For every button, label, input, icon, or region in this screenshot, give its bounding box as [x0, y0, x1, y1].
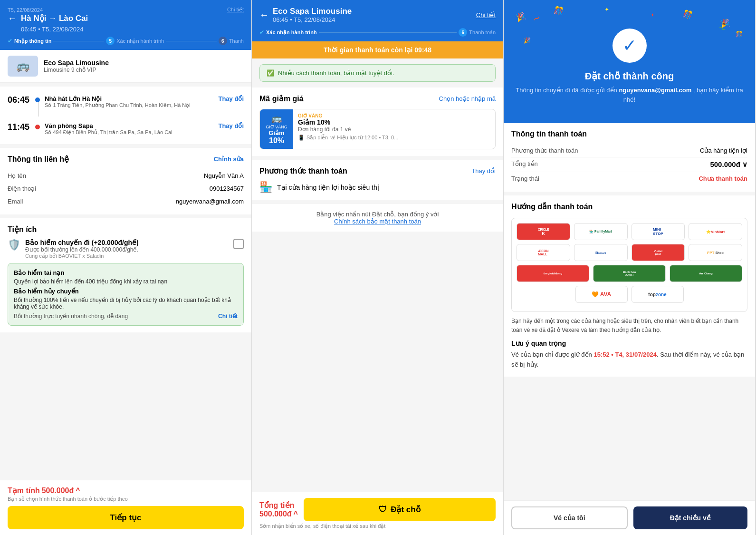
- return-ticket-button[interactable]: Đặt chiều về: [633, 506, 748, 529]
- departure-row: 06:45 Nhà hát Lớn Hà Nội Số 1 Tràng Tiền…: [8, 92, 244, 119]
- p2-step1-label: Xác nhận hành trình: [266, 29, 317, 36]
- store-aeonmall: ÆEONMALL: [517, 244, 570, 261]
- guide-note-title: Lưu ý quan trọng: [511, 340, 747, 347]
- old-detail-link[interactable]: Chi tiết: [227, 7, 244, 13]
- arrival-time: 11:45: [8, 122, 30, 132]
- contact-edit-btn[interactable]: Chỉnh sửa: [214, 156, 244, 163]
- bus-card: 🚌 Eco Sapa Limousine Limousine 9 chỗ VIP: [0, 50, 251, 83]
- store-fpt: FPT Shop: [689, 244, 742, 261]
- secure-check-icon: ✅: [267, 69, 274, 77]
- contact-email-value: nguyenvana@gmail.com: [176, 198, 244, 205]
- step3-dot: 6: [219, 37, 227, 45]
- arrival-address: Số 494 Điện Biên Phủ, Thị trấn Sa Pa, Sa…: [45, 129, 213, 136]
- store-circlek: CIRCLE K: [517, 223, 570, 240]
- panel2-footer: Tổng tiền 500.000đ ^ 🛡 Đặt chỗ Sớm nhận …: [252, 492, 503, 535]
- payment-method-text: Tại cửa hàng tiện lợi hoặc siêu thị: [277, 184, 379, 191]
- consent-link[interactable]: Chính sách bảo mật thanh toán: [334, 218, 421, 225]
- step1-label: Nhập thông tin: [14, 38, 51, 44]
- continue-button[interactable]: Tiếp tục: [8, 506, 244, 529]
- discount-title: Mã giảm giá: [259, 94, 304, 103]
- arrival-change-btn[interactable]: Thay đổi: [218, 122, 244, 129]
- discount-tag: GIỜ VÀNG: [298, 113, 490, 118]
- footer-total: Tạm tính 500.000đ ^: [8, 486, 244, 495]
- payment-method: 🏪 Tại cửa hàng tiện lợi hoặc siêu thị: [259, 181, 496, 194]
- store-grid-4: 🧡 AVA topzone: [517, 286, 742, 303]
- p2-detail-link[interactable]: Chi tiết: [476, 11, 496, 19]
- discount-link[interactable]: Chọn hoặc nhập mã: [439, 95, 496, 102]
- success-desc: Thông tin chuyến đi đã được gửi đến nguy…: [513, 86, 746, 104]
- p2-footer-total: Tổng tiền 500.000đ ^: [259, 501, 298, 518]
- amen-name: Bảo hiểm chuyến đi (+20.000đ/ghế): [25, 239, 139, 246]
- amen-sub: Được bồi thường lên đến 400.000.000đ/ghế…: [25, 246, 139, 253]
- payment-method-icon: 🏪: [259, 181, 272, 194]
- pi-method-label: Phương thức thanh toán: [511, 147, 578, 154]
- amen-checkbox[interactable]: [233, 239, 244, 249]
- departure-change-btn[interactable]: Thay đổi: [218, 95, 244, 102]
- discount-time-icon: 📱: [298, 135, 305, 141]
- discount-limit: Đơn hàng tối đa 1 vé: [298, 126, 490, 133]
- panel3-header: 🎉 🎊 🎉 🎊 🎉 🎊 〜 〜 ✦ ✦ ✓ Đặt chỗ thành công…: [504, 0, 755, 123]
- store-grid-3: thegioididong Bách hoáXANH An Khang: [517, 265, 742, 282]
- store-viettelpost: Viettelpost: [632, 244, 685, 261]
- ins-desc-2: Bồi thường 100% tiền vé nếu chuyến đi bị…: [14, 297, 238, 310]
- ins-title-2: Bảo hiểm hủy chuyến: [14, 288, 238, 295]
- store-bsmart: Bsmart: [574, 244, 628, 261]
- my-ticket-button[interactable]: Vé của tôi: [511, 506, 628, 529]
- back-icon[interactable]: ←: [8, 13, 17, 24]
- ins-desc-1: Quyền lợi bảo hiểm lên đến 400 triệu đồn…: [14, 278, 238, 285]
- pi-total-label: Tổng tiền: [511, 160, 538, 169]
- discount-badge: 🚌 GIỜ VÀNG Giảm 10%: [260, 109, 293, 149]
- book-button[interactable]: 🛡 Đặt chỗ: [304, 498, 496, 521]
- discount-name: Giảm 10%: [298, 118, 490, 126]
- guide-warning: Vé của bạn chỉ được giữ đến 15:52 • T4, …: [511, 350, 747, 370]
- contact-title: Thông tin liên hệ: [8, 155, 69, 164]
- amenity-text: Bảo hiểm chuyến đi (+20.000đ/ghế) Được b…: [25, 239, 139, 259]
- pi-total-value: 500.000đ ∨: [710, 160, 747, 169]
- discount-time: 📱 Sắp diễn ra! Hiệu lực từ 12:00 • T3, 0…: [298, 135, 490, 141]
- contact-email-row: Email nguyenvana@gmail.com: [8, 195, 244, 208]
- pi-row-method: Phương thức thanh toán Cửa hàng tiện lợi: [511, 144, 747, 157]
- payment-section: Phương thức thanh toán Thay đổi 🏪 Tại cử…: [252, 160, 503, 200]
- shield-icon: 🛡️: [8, 239, 20, 251]
- discount-card: 🚌 GIỜ VÀNG Giảm 10% GIỜ VÀNG Giảm 10% Đơ…: [259, 109, 496, 149]
- contact-name-value: Nguyễn Văn A: [204, 172, 244, 179]
- bus-image: 🚌: [8, 56, 38, 77]
- departure-dot: [35, 97, 40, 102]
- panel2-header: ← Eco Sapa Limousine 06:45 • T5, 22/08/2…: [252, 0, 503, 41]
- p2-back-icon[interactable]: ←: [259, 10, 269, 20]
- consent-prefix: Bằng việc nhấn nút Đặt chỗ, bạn đồng ý v…: [316, 211, 439, 218]
- pi-row-status: Trạng thái Chưa thanh toán: [511, 172, 747, 185]
- p2-footer-note: Sớm nhận biển số xe, số điện thoại tài x…: [259, 523, 496, 529]
- payment-title: Phương thức thanh toán: [259, 166, 347, 175]
- panel3-footer: Vé của tôi Đặt chiều về: [504, 500, 755, 535]
- warning-time: 15:52 • T4, 31/07/2024: [593, 351, 656, 358]
- arrival-location: Văn phòng Sapa: [45, 122, 213, 129]
- contact-name-label: Họ tên: [8, 172, 26, 179]
- check-icon: ✓: [622, 36, 637, 56]
- amenity-section: Tiện ích 🛡️ Bảo hiểm chuyến đi (+20.000đ…: [0, 218, 251, 332]
- ins-detail-btn[interactable]: Chi tiết: [218, 313, 238, 320]
- panel-1: T5, 22/08/2024 Chi tiết ← Hà Nội → Lào C…: [0, 0, 252, 535]
- departure-time: 06:45: [8, 95, 30, 105]
- ins-footer-text: Bồi thường trực tuyến nhanh chóng, dễ dà…: [14, 313, 128, 320]
- amenity-title: Tiện ích: [8, 225, 244, 234]
- panel1-header: T5, 22/08/2024 Chi tiết ← Hà Nội → Lào C…: [0, 0, 251, 50]
- store-topzone: topzone: [632, 286, 684, 303]
- bus-info: Eco Sapa Limousine Limousine 9 chỗ VIP: [44, 59, 109, 73]
- guide-title: Hướng dẫn thanh toán: [511, 202, 747, 211]
- store-grid-2: ÆEONMALL Bsmart Viettelpost FPT Shop: [517, 244, 742, 261]
- ins-footer: Bồi thường trực tuyến nhanh chóng, dễ dà…: [14, 313, 238, 320]
- panel-2: ← Eco Sapa Limousine 06:45 • T5, 22/08/2…: [252, 0, 504, 535]
- contact-name-row: Họ tên Nguyễn Văn A: [8, 169, 244, 182]
- pi-status-label: Trạng thái: [511, 175, 539, 182]
- payment-info-section: Thông tin thanh toán Phương thức thanh t…: [504, 123, 755, 192]
- panel1-body: 🚌 Eco Sapa Limousine Limousine 9 chỗ VIP…: [0, 50, 251, 480]
- arrival-row: 11:45 Văn phòng Sapa Số 494 Điện Biên Ph…: [8, 119, 244, 138]
- step2-label: Xác nhận hành trình: [116, 38, 164, 44]
- route-card: 06:45 Nhà hát Lớn Hà Nội Số 1 Tràng Tiền…: [0, 87, 251, 144]
- success-title: Đặt chỗ thành công: [513, 70, 746, 82]
- discount-body: GIỜ VÀNG Giảm 10% Đơn hàng tối đa 1 vé 📱…: [293, 109, 495, 149]
- panel1-title: Hà Nội → Lào Cai: [21, 13, 88, 23]
- store-bachhoaxanh: Bách hoáXANH: [593, 265, 666, 282]
- payment-change-btn[interactable]: Thay đổi: [471, 167, 496, 175]
